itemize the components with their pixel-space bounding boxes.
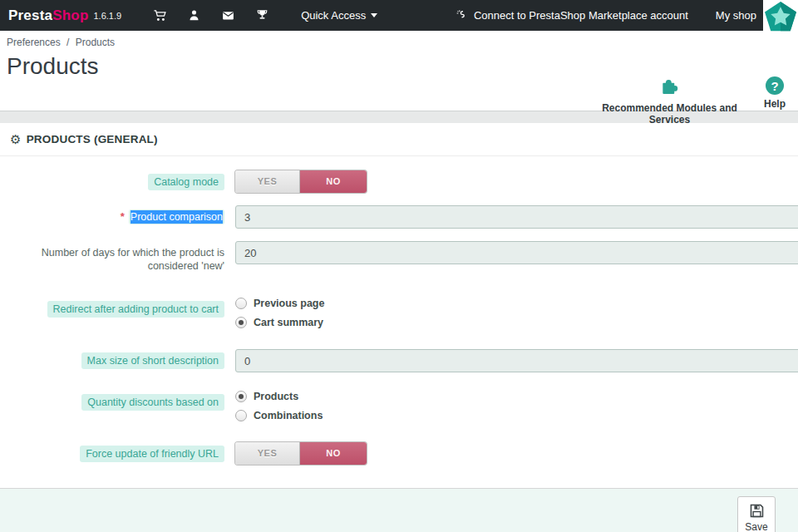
form-row-catalog-mode: Catalog mode YES NO [0, 170, 798, 193]
breadcrumb-separator: / [66, 37, 69, 48]
days-new-label: Number of days for which the product isc… [42, 244, 224, 273]
max-short-desc-input[interactable] [235, 349, 798, 372]
stats-trophy-icon[interactable] [255, 8, 269, 22]
marketplace-connect-link[interactable]: Connect to PrestaShop Marketplace accoun… [456, 9, 688, 22]
qty-discounts-products-label: Products [254, 391, 298, 402]
control-col: Products Combinations [235, 391, 798, 429]
radio-checked-icon[interactable] [235, 317, 247, 328]
quick-access-label: Quick Access [301, 9, 366, 22]
friendly-url-yes-button[interactable]: YES [235, 442, 300, 465]
form-row-friendly-url: Force update of friendly URL YES NO [0, 442, 798, 465]
form-row-redirect-cart: Redirect after adding product to cart Pr… [0, 298, 798, 336]
redirect-previous-page-option[interactable]: Previous page [235, 298, 798, 309]
qty-discounts-products-option[interactable]: Products [235, 391, 798, 402]
recommended-modules-button[interactable]: Recommended Modules and Services [580, 76, 759, 126]
product-comparison-label: Product comparison [129, 209, 224, 224]
redirect-cart-summary-option[interactable]: Cart summary [235, 317, 798, 328]
control-col [235, 241, 798, 264]
catalog-mode-toggle: YES NO [235, 170, 367, 193]
days-new-input[interactable] [235, 241, 798, 264]
max-short-desc-label: Max size of short description [81, 352, 224, 369]
catalog-mode-no-button[interactable]: NO [300, 170, 367, 193]
days-new-label-line1: Number of days for which the product is [42, 247, 224, 259]
page-header: Preferences / Products Products Recommen… [0, 31, 798, 111]
cart-icon[interactable] [153, 8, 167, 22]
label-col: Max size of short description [0, 349, 224, 369]
help-icon: ? [766, 76, 784, 95]
control-col: Previous page Cart summary [235, 298, 798, 336]
control-col [235, 205, 798, 229]
friendly-url-no-button[interactable]: NO [300, 442, 367, 465]
redirect-previous-page-label: Previous page [254, 298, 324, 309]
customers-icon[interactable] [187, 8, 201, 22]
puzzle-icon [659, 76, 680, 96]
connect-link-icon [456, 9, 468, 22]
messages-icon[interactable] [221, 8, 235, 22]
settings-form: Catalog mode YES NO *Product comparison … [0, 156, 798, 488]
qty-discounts-label: Quantity discounts based on [81, 394, 224, 411]
panel-footer: Save [0, 488, 798, 532]
version-label: 1.6.1.9 [93, 11, 121, 21]
form-row-qty-discounts: Quantity discounts based on Products Com… [0, 391, 798, 429]
breadcrumb: Preferences / Products [7, 37, 798, 48]
save-label: Save [745, 521, 767, 532]
label-col: Number of days for which the product isc… [0, 241, 224, 273]
days-new-label-line2: considered 'new' [148, 260, 224, 272]
label-col: *Product comparison [0, 205, 224, 224]
catalog-mode-yes-button[interactable]: YES [235, 170, 300, 193]
chevron-down-icon [371, 13, 377, 17]
friendly-url-toggle: YES NO [235, 442, 367, 465]
save-floppy-icon [748, 502, 766, 520]
panel-heading-label: PRODUCTS (GENERAL) [27, 133, 158, 145]
control-col: YES NO [235, 442, 798, 465]
label-col: Quantity discounts based on [0, 391, 224, 411]
selected-text: Product comparison [131, 210, 223, 224]
form-row-days-new: Number of days for which the product isc… [0, 241, 798, 273]
gears-icon: ⚙ [10, 132, 22, 147]
form-row-max-short-desc: Max size of short description [0, 349, 798, 372]
save-button[interactable]: Save [737, 496, 776, 532]
products-general-panel: ⚙ PRODUCTS (GENERAL) Catalog mode YES NO… [0, 123, 798, 488]
help-button[interactable]: ? Help [755, 76, 795, 110]
connect-label: Connect to PrestaShop Marketplace accoun… [474, 9, 688, 22]
form-row-product-comparison: *Product comparison [0, 205, 798, 229]
my-shop-link[interactable]: My shop [716, 9, 756, 22]
star-pentagon-icon [764, 1, 797, 32]
prestashop-logo[interactable]: PrestaShop [8, 7, 88, 24]
breadcrumb-products[interactable]: Products [76, 37, 115, 48]
breadcrumb-preferences[interactable]: Preferences [7, 37, 61, 48]
product-comparison-input[interactable] [235, 205, 798, 229]
redirect-cart-summary-label: Cart summary [254, 317, 323, 328]
control-col [235, 349, 798, 372]
redirect-cart-label: Redirect after adding product to cart [47, 301, 224, 318]
addons-marketplace-logo[interactable] [763, 0, 798, 33]
required-marker: * [121, 210, 125, 223]
topbar: PrestaShop 1.6.1.9 Quick Access Connect … [0, 0, 798, 31]
label-col: Force update of friendly URL [0, 442, 224, 462]
label-col: Redirect after adding product to cart [0, 298, 224, 318]
panel-heading: ⚙ PRODUCTS (GENERAL) [0, 123, 798, 156]
radio-unchecked-icon[interactable] [235, 410, 247, 421]
brand-shop: Shop [52, 7, 88, 23]
catalog-mode-label: Catalog mode [148, 174, 224, 190]
label-col: Catalog mode [0, 170, 224, 190]
quick-access-menu[interactable]: Quick Access [301, 9, 377, 22]
brand-presta: Presta [8, 7, 52, 23]
help-label: Help [755, 98, 795, 110]
radio-checked-icon[interactable] [235, 391, 247, 402]
qty-discounts-combinations-label: Combinations [254, 410, 323, 421]
recommended-modules-label: Recommended Modules and Services [580, 102, 759, 126]
qty-discounts-combinations-option[interactable]: Combinations [235, 410, 798, 421]
friendly-url-label: Force update of friendly URL [80, 446, 224, 462]
radio-unchecked-icon[interactable] [235, 298, 247, 309]
control-col: YES NO [235, 170, 798, 193]
